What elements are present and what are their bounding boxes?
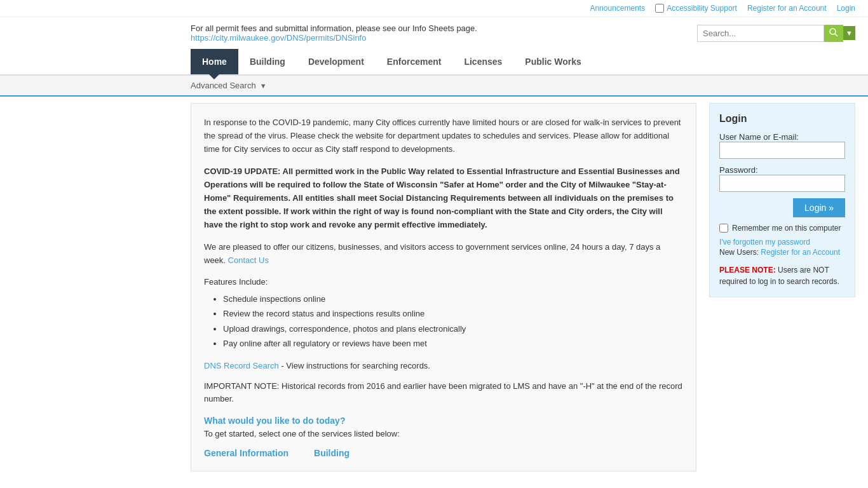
info-link[interactable]: https://city.milwaukee.gov/DNS/permits/D…: [191, 33, 366, 43]
nav-list: Home Building Development Enforcement Li…: [191, 49, 868, 74]
info-banner: For all permit fees and submittal inform…: [0, 17, 868, 49]
accessibility-checkbox[interactable]: [655, 4, 664, 13]
password-label: Password:: [719, 165, 758, 175]
announcements-link[interactable]: Announcements: [590, 4, 645, 13]
password-input[interactable]: [719, 175, 845, 192]
top-login-link[interactable]: Login: [837, 4, 855, 13]
contact-us-link[interactable]: Contact Us: [228, 255, 269, 265]
please-note: PLEASE NOTE: Users are NOT required to l…: [719, 264, 845, 287]
login-links: I've forgotten my password New Users: Re…: [719, 238, 845, 257]
content-area: In response to the COVID-19 pandemic, ma…: [191, 103, 696, 471]
new-users-text: New Users: Register for an Account: [719, 248, 845, 257]
login-button[interactable]: Login »: [793, 198, 845, 217]
dns-record-suffix: - View instructions for searching record…: [281, 361, 430, 370]
nav-link-development[interactable]: Development: [297, 49, 376, 74]
remember-label: Remember me on this computer: [732, 224, 841, 233]
main-content: In response to the COVID-19 pandemic, ma…: [0, 97, 868, 478]
what-today-title: What would you like to do today?: [204, 416, 683, 426]
features-list: Schedule inspections online Review the r…: [204, 292, 683, 351]
search-bar: ▼: [697, 25, 855, 42]
advanced-search-label: Advanced Search: [191, 81, 256, 90]
welcome-main: We are pleased to offer our citizens, bu…: [204, 242, 660, 265]
important-note: IMPORTANT NOTE: Historical records from …: [204, 380, 683, 407]
register-account-link[interactable]: Register for an Account: [761, 248, 840, 257]
register-link[interactable]: Register for an Account: [747, 4, 827, 13]
accessibility-link[interactable]: Accessibility Support: [667, 4, 737, 13]
nav-item-publicworks: Public Works: [513, 49, 592, 74]
bottom-section-general: General Information: [204, 448, 288, 458]
chevron-down-icon: ▼: [260, 82, 267, 90]
building-title: Building: [314, 448, 349, 458]
covid-update: COVID-19 UPDATE: All permitted work in t…: [204, 165, 683, 231]
list-item: Pay online after all regulatory or revie…: [223, 336, 683, 351]
nav-item-development: Development: [297, 49, 376, 74]
advanced-search-link[interactable]: Advanced Search ▼: [191, 81, 868, 90]
remember-checkbox[interactable]: [719, 224, 728, 233]
login-title: Login: [719, 113, 845, 125]
dns-record: DNS Record Search - View instructions fo…: [204, 361, 683, 370]
nav-link-publicworks[interactable]: Public Works: [513, 49, 592, 74]
info-text-line1: For all permit fees and submittal inform…: [191, 24, 477, 33]
nav-link-enforcement[interactable]: Enforcement: [376, 49, 453, 74]
login-panel: Login User Name or E-mail: Password: Log…: [709, 103, 855, 297]
dns-record-link[interactable]: DNS Record Search: [204, 361, 279, 370]
what-today-sub: To get started, select one of the servic…: [204, 429, 683, 438]
new-users-label: New Users:: [719, 248, 759, 257]
features-title: Features Include:: [204, 277, 683, 287]
general-info-title: General Information: [204, 448, 288, 458]
info-text: For all permit fees and submittal inform…: [191, 24, 477, 43]
nav-item-licenses: Licenses: [452, 49, 513, 74]
features-section: Features Include: Schedule inspections o…: [204, 277, 683, 351]
list-item: Review the record status and inspections…: [223, 306, 683, 321]
svg-line-1: [835, 33, 838, 36]
what-today: What would you like to do today? To get …: [204, 416, 683, 438]
nav-link-licenses[interactable]: Licenses: [452, 49, 513, 74]
remember-me: Remember me on this computer: [719, 224, 845, 233]
covid-update-title: COVID-19 UPDATE:: [204, 166, 280, 176]
username-input[interactable]: [719, 142, 845, 159]
nav-item-home: Home: [191, 49, 238, 74]
search-button[interactable]: [824, 25, 843, 42]
bottom-section-building: Building: [314, 448, 349, 458]
nav-item-enforcement: Enforcement: [376, 49, 453, 74]
bottom-sections: General Information Building: [204, 448, 683, 458]
search-input[interactable]: [697, 25, 824, 42]
please-note-strong: PLEASE NOTE:: [719, 266, 776, 274]
top-bar: Announcements Accessibility Support Regi…: [0, 0, 868, 17]
nav-link-home[interactable]: Home: [191, 49, 238, 74]
list-item: Schedule inspections online: [223, 292, 683, 306]
nav-link-building[interactable]: Building: [238, 49, 297, 74]
list-item: Upload drawings, correspondence, photos …: [223, 322, 683, 336]
nav-bar: Home Building Development Enforcement Li…: [0, 49, 868, 76]
nav-item-building: Building: [238, 49, 297, 74]
welcome-text: We are pleased to offer our citizens, bu…: [204, 241, 683, 268]
advanced-search-bar: Advanced Search ▼: [0, 76, 868, 97]
username-label: User Name or E-mail:: [719, 132, 799, 142]
covid-notice: In response to the COVID-19 pandemic, ma…: [204, 116, 683, 156]
forgot-password-link[interactable]: I've forgotten my password: [719, 238, 845, 247]
accessibility-wrapper: Accessibility Support: [655, 4, 737, 13]
search-dropdown-button[interactable]: ▼: [843, 26, 855, 40]
